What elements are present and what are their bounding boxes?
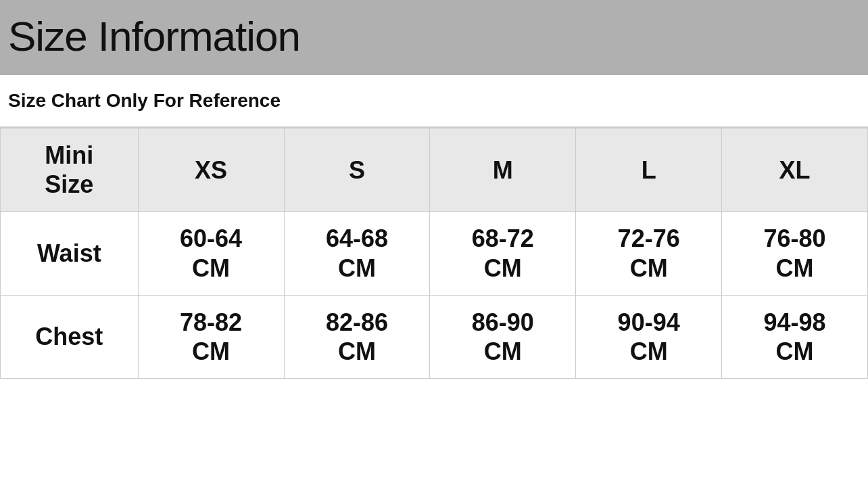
waist-label: Waist	[1, 212, 139, 295]
chest-m: 86-90CM	[430, 295, 576, 378]
chest-s: 82-86CM	[284, 295, 430, 378]
col-header-xl: XL	[722, 129, 868, 212]
waist-m: 68-72CM	[430, 212, 576, 295]
subtitle-row: Size Chart Only For Reference	[0, 75, 868, 128]
page-title: Size Information	[8, 13, 300, 60]
waist-s: 64-68CM	[284, 212, 430, 295]
col-header-m: M	[430, 129, 576, 212]
subtitle-text: Size Chart Only For Reference	[8, 90, 281, 111]
table-row: Waist 60-64CM 64-68CM 68-72CM 72-76CM 76…	[1, 212, 868, 295]
chest-label: Chest	[1, 295, 139, 378]
table-header-row: MiniSize XS S M L XL	[1, 129, 868, 212]
chest-xs: 78-82CM	[138, 295, 284, 378]
col-header-xs: XS	[138, 129, 284, 212]
chest-xl: 94-98CM	[722, 295, 868, 378]
waist-xl: 76-80CM	[722, 212, 868, 295]
waist-l: 72-76CM	[576, 212, 722, 295]
chest-l: 90-94CM	[576, 295, 722, 378]
waist-xs: 60-64CM	[138, 212, 284, 295]
col-header-label: MiniSize	[1, 129, 139, 212]
header: Size Information	[0, 0, 868, 75]
table-row: Chest 78-82CM 82-86CM 86-90CM 90-94CM 94…	[1, 295, 868, 378]
col-header-s: S	[284, 129, 430, 212]
col-header-l: L	[576, 129, 722, 212]
size-table: MiniSize XS S M L XL Waist 60-64CM 64-68…	[0, 128, 868, 379]
